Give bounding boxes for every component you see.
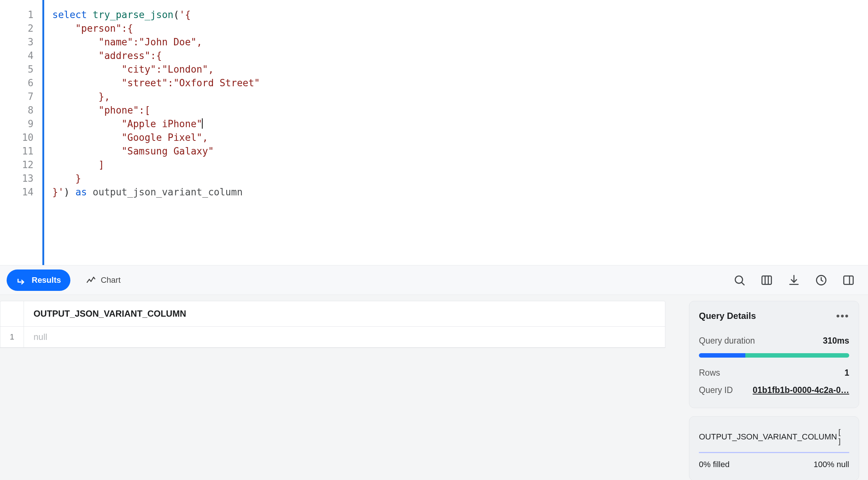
column-header[interactable]: OUTPUT_JSON_VARIANT_COLUMN [24, 301, 665, 326]
search-icon[interactable] [733, 274, 746, 286]
line-number: 5 [0, 63, 34, 76]
keyword-select: select [52, 9, 87, 20]
return-arrow-icon [16, 275, 27, 286]
columns-icon[interactable] [760, 274, 773, 286]
line-number: 1 [0, 8, 34, 22]
function-name: try_parse_json [93, 9, 174, 20]
duration-value: 310ms [823, 336, 849, 346]
column-stats-name: OUTPUT_JSON_VARIANT_COLUMN [699, 432, 837, 442]
line-number: 14 [0, 185, 34, 199]
rows-label: Rows [699, 368, 720, 378]
line-number: 13 [0, 172, 34, 185]
tab-results[interactable]: Results [7, 269, 70, 291]
results-pane: OUTPUT_JSON_VARIANT_COLUMN 1 null Query … [0, 295, 868, 480]
line-number: 2 [0, 22, 34, 35]
line-number: 9 [0, 117, 34, 131]
line-number: 11 [0, 145, 34, 158]
fill-bar [699, 452, 849, 453]
column-type-chip: [ ] [837, 428, 849, 446]
column-stats-card: OUTPUT_JSON_VARIANT_COLUMN [ ] 0% filled… [689, 416, 859, 480]
chart-line-icon [86, 275, 96, 285]
line-number: 12 [0, 158, 34, 172]
query-id-label: Query ID [699, 385, 733, 395]
line-number: 10 [0, 131, 34, 145]
more-icon[interactable]: ••• [836, 310, 849, 322]
line-number-gutter: 1234567891011121314 [0, 0, 44, 265]
svg-rect-1 [762, 276, 771, 284]
code-content[interactable]: select try_parse_json('{ "person":{ "nam… [44, 0, 260, 265]
filled-label: 0% filled [699, 460, 729, 469]
duration-label: Query duration [699, 336, 755, 346]
text-cursor [202, 118, 203, 129]
svg-point-0 [735, 276, 743, 283]
tab-chart-label: Chart [101, 275, 120, 285]
results-table[interactable]: OUTPUT_JSON_VARIANT_COLUMN 1 null [0, 301, 665, 348]
svg-rect-3 [844, 276, 853, 284]
tab-chart[interactable]: Chart [79, 275, 127, 285]
line-number: 4 [0, 49, 34, 63]
results-toolbar: Results Chart [0, 265, 868, 295]
download-icon[interactable] [788, 274, 800, 286]
row-number-cell: 1 [0, 327, 24, 347]
query-details-panel: Query Details ••• Query duration 310ms R… [680, 295, 868, 480]
results-table-area: OUTPUT_JSON_VARIANT_COLUMN 1 null [0, 295, 680, 480]
line-number: 6 [0, 76, 34, 90]
null-label: 100% null [813, 460, 849, 469]
query-id-value[interactable]: 01b1fb1b-0000-4c2a-0… [753, 385, 849, 395]
keyword-as: as [76, 187, 87, 198]
rows-value: 1 [844, 368, 849, 378]
duration-progress-bar [699, 353, 849, 358]
history-icon[interactable] [815, 274, 827, 286]
table-row[interactable]: 1 null [0, 327, 665, 348]
output-alias: output_json_variant_column [93, 187, 243, 198]
row-number-header [0, 301, 24, 326]
query-details-card: Query Details ••• Query duration 310ms R… [689, 301, 859, 408]
panel-toggle-icon[interactable] [842, 274, 855, 286]
line-number: 8 [0, 104, 34, 117]
cell-value[interactable]: null [24, 327, 665, 347]
line-number: 7 [0, 90, 34, 104]
line-number: 3 [0, 35, 34, 49]
table-header-row: OUTPUT_JSON_VARIANT_COLUMN [0, 301, 665, 327]
query-details-title: Query Details [699, 311, 756, 321]
tab-results-label: Results [32, 275, 61, 285]
code-editor[interactable]: 1234567891011121314 select try_parse_jso… [0, 0, 868, 265]
